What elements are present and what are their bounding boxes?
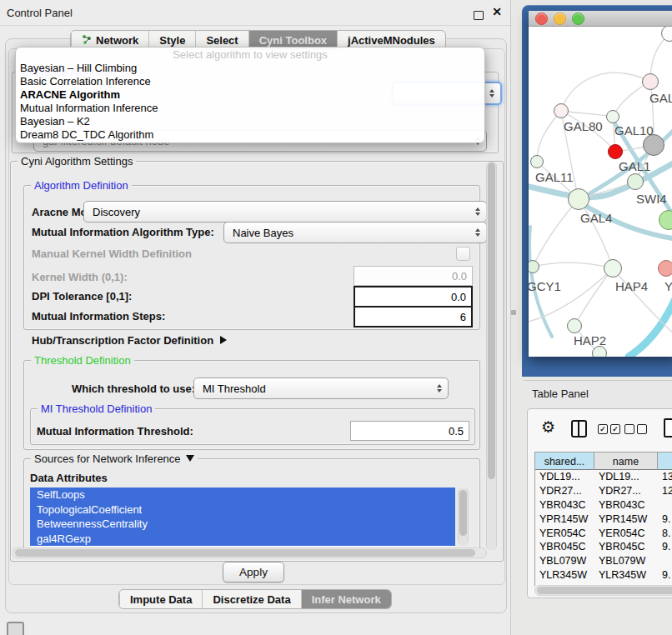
- zoom-traffic-icon[interactable]: [572, 12, 584, 25]
- table-column-header[interactable]: shared...: [535, 452, 594, 470]
- network-node[interactable]: [568, 188, 589, 210]
- panel-tab-label: Cyni Toolbox: [259, 34, 327, 47]
- minimize-traffic-icon[interactable]: [554, 12, 566, 25]
- network-node[interactable]: [642, 73, 659, 90]
- dpi-tolerance-field[interactable]: 0.0: [354, 286, 473, 308]
- pane-splitter-handle[interactable]: [511, 310, 516, 315]
- panel-tab-label: Select: [206, 34, 238, 47]
- manual-kernel-checkbox[interactable]: [456, 247, 470, 261]
- table-column-header[interactable]: [658, 452, 672, 470]
- network-node[interactable]: [659, 210, 672, 230]
- attributes-list[interactable]: SelfLoops TopologicalCoefficient Between…: [30, 488, 455, 547]
- table-cell: 9.: [658, 512, 672, 527]
- hub-section-toggle[interactable]: Hub/Transcription Factor Definition: [32, 334, 227, 347]
- cyni-settings-title: Cyni Algorithm Settings: [18, 155, 136, 168]
- aracne-mode-combo[interactable]: Discovery: [83, 201, 487, 222]
- algorithm-option[interactable]: Bayesian – Hill Climbing: [16, 62, 484, 75]
- table-row[interactable]: YBR043CYBR043C: [535, 498, 672, 512]
- bottom-tab[interactable]: Discretize Data: [202, 590, 300, 608]
- table-column-header[interactable]: name: [594, 452, 658, 470]
- control-panel-titlebar: Control Panel ✕: [0, 0, 510, 26]
- file-icon[interactable]: [664, 418, 672, 438]
- network-canvas[interactable]: GALGAL80GAL10GAL1GAL11SWI4GAL4GCY1HAP4YH…: [529, 27, 672, 357]
- algorithm-option[interactable]: Mutual Information Inference: [16, 102, 484, 115]
- unchecked-columns-icon[interactable]: [624, 424, 647, 434]
- settings-vscrollbar-thumb[interactable]: [488, 162, 495, 479]
- panel-tab-label: jActiveMNodules: [348, 34, 435, 47]
- table-row[interactable]: YDL19...YDL19...13: [535, 470, 672, 484]
- close-traffic-icon[interactable]: [535, 12, 548, 25]
- attribute-list-item[interactable]: gal4RGexp: [30, 532, 455, 547]
- bottom-tab[interactable]: Impute Data: [119, 590, 202, 608]
- network-node[interactable]: [661, 27, 672, 42]
- network-node-label: GAL1: [619, 159, 650, 173]
- network-node[interactable]: [627, 173, 644, 190]
- mi-threshold-label: Mutual Information Threshold:: [37, 425, 193, 438]
- table-cell: 9.: [658, 568, 672, 582]
- table-row[interactable]: YPR145WYPR145W9.: [535, 512, 672, 527]
- panel-tab-label: Style: [159, 34, 185, 47]
- settings-hscrollbar-thumb[interactable]: [15, 549, 475, 557]
- table-cell: YBL079W: [594, 554, 658, 568]
- table-row[interactable]: YLR345WYLR345W9.: [535, 568, 672, 582]
- combo-arrows-icon: [489, 89, 494, 98]
- apply-button[interactable]: Apply: [223, 562, 284, 582]
- network-node[interactable]: [604, 259, 622, 278]
- network-node-label: Y: [664, 279, 672, 293]
- settings-hscrollbar[interactable]: [12, 548, 487, 558]
- network-node-label: GAL4: [580, 211, 612, 225]
- bottom-tab[interactable]: Infer Network: [301, 590, 391, 608]
- algorithm-option[interactable]: Basic Correlation Inference: [16, 75, 484, 88]
- attributes-scrollbar-thumb[interactable]: [459, 490, 467, 536]
- network-node[interactable]: [606, 110, 619, 123]
- table-hscrollbar[interactable]: [534, 585, 672, 596]
- sources-title: Sources for Network Inference: [34, 452, 181, 465]
- algorithm-option[interactable]: ARACNE Algorithm: [16, 88, 484, 102]
- table-cell: YPR145W: [535, 512, 594, 527]
- network-node-label: GAL: [649, 91, 672, 105]
- combo-arrows-icon: [475, 228, 480, 237]
- network-node-label: SWI4: [636, 192, 667, 206]
- table-row[interactable]: YBR045CYBR045C9.: [535, 540, 672, 554]
- split-columns-icon[interactable]: [571, 420, 587, 438]
- threshold-definition-title: Threshold Definition: [31, 354, 134, 367]
- algorithm-list: Bayesian – Hill Climbing Basic Correlati…: [16, 62, 484, 142]
- gear-icon[interactable]: ⚙: [541, 418, 555, 437]
- algorithm-option[interactable]: Bayesian – K2: [16, 115, 484, 128]
- which-threshold-combo[interactable]: MI Threshold: [193, 378, 449, 399]
- mi-steps-field[interactable]: 6: [354, 306, 473, 328]
- network-window-titlebar[interactable]: [529, 11, 672, 27]
- network-node[interactable]: [530, 155, 544, 168]
- float-window-icon[interactable]: [474, 11, 484, 20]
- table-panel-titlebar: Table Panel: [524, 380, 672, 406]
- attribute-list-item[interactable]: BetweennessCentrality: [30, 517, 455, 532]
- table-cell: YDL19...: [594, 470, 658, 484]
- network-node[interactable]: [608, 144, 623, 159]
- table-row[interactable]: YBL079WYBL079W: [535, 554, 672, 568]
- table-hscrollbar-thumb[interactable]: [537, 587, 672, 594]
- collapsed-panel-icon[interactable]: [7, 622, 24, 635]
- attributes-scrollbar[interactable]: [458, 488, 469, 545]
- algorithm-definition-title: Algorithm Definition: [31, 179, 132, 192]
- kernel-width-field[interactable]: 0.0: [354, 266, 473, 286]
- collapsed-arrow-icon: [220, 336, 227, 344]
- network-node[interactable]: [567, 318, 582, 333]
- mi-threshold-group-title: MI Threshold Definition: [38, 402, 155, 415]
- attribute-list-item[interactable]: TopologicalCoefficient: [30, 502, 455, 518]
- algorithm-dropdown-popup: Select algorithm to view settings Bayesi…: [15, 47, 485, 143]
- algorithm-option[interactable]: Dream8 DC_TDC Algorithm: [16, 128, 484, 142]
- settings-vscrollbar[interactable]: [486, 162, 497, 550]
- table-cell: YDL19...: [535, 470, 594, 484]
- close-icon[interactable]: ✕: [492, 5, 502, 18]
- table-row[interactable]: YDR27...YDR27...12: [535, 484, 672, 498]
- checked-columns-icon[interactable]: ✓✓: [598, 424, 620, 434]
- network-node[interactable]: [554, 103, 569, 118]
- table-cell: [658, 498, 672, 512]
- attribute-list-item[interactable]: SelfLoops: [30, 488, 455, 502]
- network-node[interactable]: [658, 260, 672, 277]
- sources-toggle[interactable]: Sources for Network Inference: [31, 452, 198, 465]
- mi-type-combo[interactable]: Naive Bayes: [223, 222, 487, 243]
- table-row[interactable]: YER054CYER054C8.: [535, 527, 672, 541]
- mi-threshold-field[interactable]: 0.5: [350, 421, 469, 441]
- network-node[interactable]: [529, 260, 539, 273]
